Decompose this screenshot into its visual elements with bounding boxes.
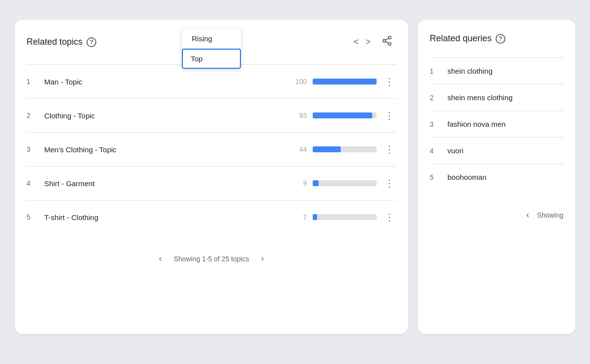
row-number: 2 xyxy=(27,112,38,119)
row-value: 7 xyxy=(293,213,307,221)
bar-container xyxy=(313,112,377,118)
bar-container xyxy=(313,79,377,84)
pagination-prev-button[interactable]: ‹ xyxy=(155,252,166,266)
row-value: 44 xyxy=(293,145,307,153)
row-label: Man - Topic xyxy=(44,78,287,86)
card-header: Related topics ? Rising Top < > xyxy=(27,33,396,51)
table-row: 3 Men's Clothing - Topic 44 ⋮ xyxy=(27,132,396,166)
bar-fill xyxy=(313,146,341,152)
pagination: ‹ Showing 1-5 of 25 topics › xyxy=(27,248,396,266)
query-label: shein clothing xyxy=(447,67,563,75)
dropdown-option-rising[interactable]: Rising xyxy=(182,28,241,49)
dropdown-option-top[interactable]: Top xyxy=(182,49,241,69)
list-item: 1 shein clothing xyxy=(430,57,563,84)
row-label: T-shirt - Clothing xyxy=(44,213,287,222)
query-number: 5 xyxy=(430,173,440,181)
query-number: 1 xyxy=(430,67,440,75)
query-label: shein mens clothing xyxy=(447,93,563,102)
row-label: Men's Clothing - Topic xyxy=(44,145,287,154)
list-item: 3 fashion nova men xyxy=(430,111,563,137)
row-label: Shirt - Garment xyxy=(44,179,287,188)
bar-container xyxy=(313,146,377,152)
share-icon[interactable] xyxy=(378,33,396,51)
row-number: 4 xyxy=(27,179,38,187)
more-vert-icon[interactable]: ⋮ xyxy=(383,108,396,123)
list-item: 2 shein mens clothing xyxy=(430,84,563,111)
bar-fill xyxy=(313,214,317,220)
bar-fill xyxy=(313,112,372,118)
dropdown-wrapper: Rising Top xyxy=(182,28,241,69)
query-label: vuori xyxy=(447,146,563,155)
query-number: 2 xyxy=(430,94,440,102)
next-arrow-button[interactable]: > xyxy=(362,35,374,49)
query-label: boohooman xyxy=(447,173,563,181)
table-row: 2 Clothing - Topic 93 ⋮ xyxy=(27,98,396,132)
pagination-text: Showing 1-5 of 25 topics xyxy=(174,255,249,263)
query-number: 4 xyxy=(430,147,440,155)
table-row: 5 T-shirt - Clothing 7 ⋮ xyxy=(27,200,396,234)
row-label: Clothing - Topic xyxy=(44,112,287,120)
prev-arrow-button[interactable]: < xyxy=(351,35,362,49)
queries-list: 1 shein clothing 2 shein mens clothing 3… xyxy=(430,57,563,190)
topics-list: 1 Man - Topic 100 ⋮ 2 Clothing - Topic 9… xyxy=(27,64,396,234)
row-number: 5 xyxy=(27,213,38,221)
right-pagination-prev-button[interactable]: ‹ xyxy=(522,208,533,222)
query-label: fashion nova men xyxy=(447,120,563,128)
more-vert-icon[interactable]: ⋮ xyxy=(383,175,396,191)
card-header: Related queries ? xyxy=(430,33,563,44)
row-number: 3 xyxy=(27,145,38,153)
pagination-next-button[interactable]: › xyxy=(257,252,268,266)
dropdown-menu: Rising Top xyxy=(182,28,241,69)
row-value: 100 xyxy=(293,78,307,85)
more-vert-icon[interactable]: ⋮ xyxy=(383,74,396,89)
row-number: 1 xyxy=(27,78,38,85)
right-pagination-text: Showing xyxy=(537,211,563,219)
table-row: 4 Shirt - Garment 9 ⋮ xyxy=(27,166,396,200)
svg-line-4 xyxy=(385,38,388,40)
table-row: 1 Man - Topic 100 ⋮ xyxy=(27,64,396,98)
help-icon[interactable]: ? xyxy=(496,34,505,44)
bar-fill xyxy=(313,79,377,84)
right-pagination: ‹ Showing xyxy=(430,204,563,222)
header-controls: < > xyxy=(351,33,396,51)
row-value: 93 xyxy=(293,112,307,119)
nav-arrows: < > xyxy=(351,35,374,49)
query-number: 3 xyxy=(430,120,440,128)
related-queries-card: Related queries ? 1 shein clothing 2 she… xyxy=(418,20,575,334)
related-topics-label: Related topics xyxy=(27,37,83,47)
card-title: Related queries ? xyxy=(430,33,505,44)
row-value: 9 xyxy=(293,179,307,187)
related-topics-card: Related topics ? Rising Top < > xyxy=(15,20,408,334)
related-queries-label: Related queries xyxy=(430,33,492,44)
list-item: 4 vuori xyxy=(430,137,563,164)
card-title: Related topics ? xyxy=(27,37,96,47)
more-vert-icon[interactable]: ⋮ xyxy=(383,141,396,157)
bar-container xyxy=(313,180,377,186)
bar-container xyxy=(313,214,377,220)
list-item: 5 boohooman xyxy=(430,164,563,190)
bar-fill xyxy=(313,180,319,186)
svg-line-3 xyxy=(385,41,388,43)
help-icon[interactable]: ? xyxy=(87,37,96,47)
more-vert-icon[interactable]: ⋮ xyxy=(383,209,396,225)
